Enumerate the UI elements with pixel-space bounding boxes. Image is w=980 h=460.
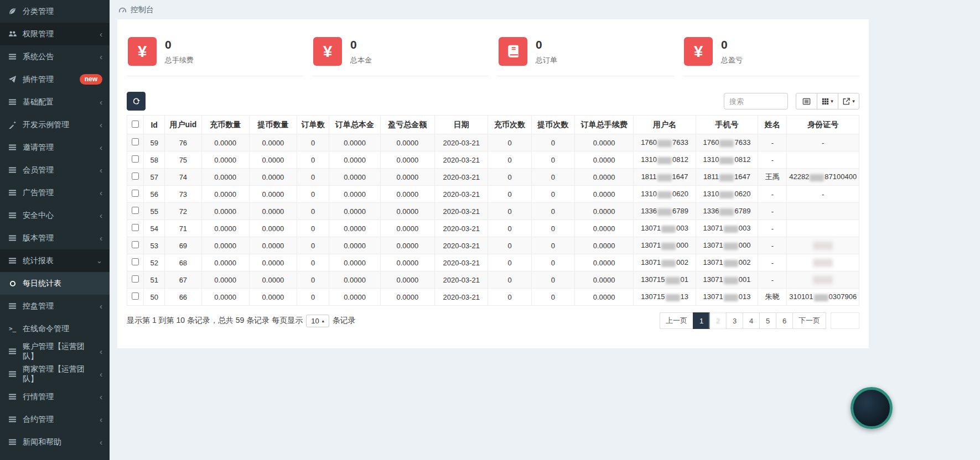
table-cell: 0.0000 [380, 203, 434, 220]
table-cell: 0 [297, 289, 329, 306]
export-button[interactable]: ▾ [838, 93, 859, 109]
sidebar-item[interactable]: 开发示例管理‹ [0, 113, 110, 136]
column-header[interactable]: 身份证号 [787, 116, 859, 134]
sidebar-item[interactable]: 会员管理‹ [0, 159, 110, 181]
toggle-view-button[interactable] [796, 93, 817, 109]
table-toolbar: ▾ ▾ [127, 92, 859, 111]
column-header[interactable]: 订单总本金 [329, 116, 380, 134]
chevron-left-icon: ‹ [100, 393, 102, 401]
row-checkbox[interactable] [132, 275, 139, 283]
sidebar-item[interactable]: 系统公告‹ [0, 45, 110, 68]
column-header[interactable]: 日期 [435, 116, 488, 134]
table-cell: 0.0000 [574, 203, 633, 220]
stat-value: 0 [536, 38, 557, 51]
prev-page-button[interactable]: 上一页 [660, 312, 693, 329]
refresh-button[interactable] [127, 92, 146, 111]
table-cell: 0.0000 [380, 151, 434, 169]
row-checkbox[interactable] [132, 190, 139, 197]
sidebar-item[interactable]: 行情管理‹ [0, 385, 110, 408]
sidebar-item[interactable]: 邀请管理‹ [0, 136, 110, 159]
sidebar-item[interactable]: 分类管理 [0, 0, 110, 23]
row-select-cell [127, 203, 144, 220]
table-cell: 17607633 [634, 134, 696, 151]
row-checkbox[interactable] [132, 241, 139, 248]
row-checkbox[interactable] [132, 138, 139, 145]
page-size-dropdown[interactable]: 10 ▴ [306, 315, 329, 327]
next-page-button[interactable]: 下一页 [792, 312, 826, 329]
sidebar-item[interactable]: 账户管理【运营团队】‹ [0, 340, 110, 363]
row-checkbox[interactable] [132, 207, 139, 214]
column-header[interactable]: 盈亏总金额 [380, 116, 434, 134]
column-header[interactable]: Id [144, 116, 165, 134]
table-cell: 0 [531, 151, 574, 169]
redacted-text [724, 294, 738, 301]
redacted-text [719, 157, 734, 164]
sidebar-item[interactable]: 统计报表⌄ [0, 249, 110, 272]
sidebar: 分类管理权限管理‹系统公告‹插件管理new基础配置‹开发示例管理‹邀请管理‹会员… [0, 0, 110, 460]
chevron-left-icon: ‹ [100, 302, 102, 310]
column-header[interactable]: 充币数量 [201, 116, 249, 134]
search-input[interactable] [724, 93, 788, 109]
page-button[interactable]: 4 [743, 312, 760, 329]
refresh-icon [132, 97, 141, 106]
sidebar-item[interactable]: 插件管理new [0, 68, 110, 91]
column-header[interactable]: 手机号 [696, 116, 758, 134]
stat-value: 0 [721, 38, 743, 51]
column-header[interactable]: 提币数量 [249, 116, 297, 134]
redacted-text [813, 259, 833, 267]
sidebar-item[interactable]: 商家管理【运营团队】‹ [0, 363, 110, 385]
column-header[interactable]: 姓名 [758, 116, 787, 134]
page-button[interactable]: 6 [776, 312, 793, 329]
column-header[interactable]: 用户名 [634, 116, 696, 134]
list-icon [7, 234, 18, 242]
row-checkbox[interactable] [132, 292, 139, 300]
sidebar-item[interactable]: 版本管理‹ [0, 227, 110, 249]
sidebar-item[interactable]: 控盘管理‹ [0, 295, 110, 317]
new-badge: new [80, 74, 102, 84]
list-icon [7, 189, 18, 197]
column-header[interactable]: 提币次数 [531, 116, 574, 134]
redacted-text [724, 277, 738, 284]
redacted-text [724, 226, 738, 233]
table-view-buttons: ▾ ▾ [796, 93, 859, 109]
columns-button[interactable]: ▾ [817, 93, 838, 109]
chevron-left-icon: ‹ [100, 53, 102, 61]
column-header[interactable]: 订单数 [297, 116, 329, 134]
row-checkbox[interactable] [132, 155, 139, 163]
sidebar-item[interactable]: 安全中心‹ [0, 204, 110, 227]
sidebar-item[interactable]: 基础配置‹ [0, 91, 110, 113]
sidebar-item[interactable]: 权限管理‹ [0, 23, 110, 45]
sidebar-item[interactable]: 新闻和帮助‹ [0, 431, 110, 453]
redacted-text [657, 157, 672, 164]
page-button[interactable]: 3 [726, 312, 743, 329]
column-header[interactable]: 用户uid [165, 116, 201, 134]
sidebar-item-label: 版本管理 [23, 233, 54, 243]
list-icon [7, 53, 18, 61]
sidebar-item[interactable]: >_在线命令管理 [0, 317, 110, 340]
page-button[interactable]: 1 [693, 312, 710, 329]
row-checkbox[interactable] [132, 172, 139, 180]
list-icon [7, 166, 18, 174]
table-cell: 0.0000 [329, 186, 380, 203]
page-button[interactable]: 2 [709, 312, 727, 329]
redacted-text [719, 140, 734, 147]
column-header[interactable]: 充币次数 [488, 116, 531, 134]
floating-widget[interactable] [851, 387, 893, 429]
sidebar-item[interactable]: 合约管理‹ [0, 408, 110, 431]
redacted-text [657, 191, 672, 198]
sidebar-item[interactable]: 广告管理‹ [0, 181, 110, 204]
table-cell: 18111647 [696, 169, 758, 186]
page-button[interactable]: 5 [759, 312, 776, 329]
sidebar-item[interactable]: 每日统计表 [0, 272, 110, 295]
list-icon [7, 415, 18, 424]
row-checkbox[interactable] [132, 224, 139, 231]
column-header[interactable]: 订单总手续费 [574, 116, 633, 134]
sidebar-item-label: 统计报表 [23, 256, 54, 266]
row-checkbox[interactable] [132, 258, 139, 265]
table-cell: 0 [531, 237, 574, 254]
table-cell: 0 [488, 186, 531, 203]
table-cell: 2020-03-21 [435, 169, 488, 186]
table-cell: 74 [165, 169, 201, 186]
select-all-checkbox[interactable] [132, 121, 139, 128]
table-cell: 51 [144, 271, 165, 289]
